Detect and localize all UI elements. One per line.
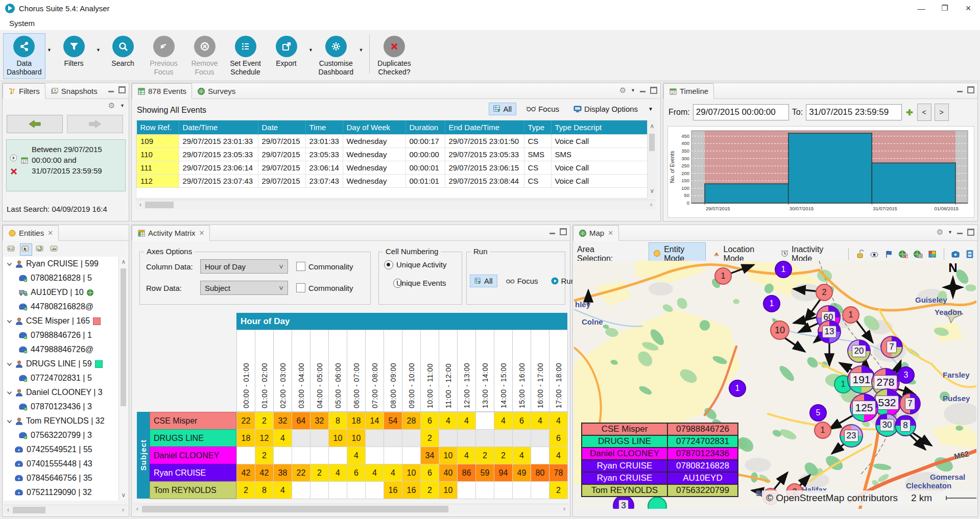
matrix-cell[interactable]: 4 [494,412,513,430]
matrix-cell[interactable]: 4 [549,412,568,430]
matrix-cell[interactable]: 49 [512,464,531,482]
minimize-panel-icon[interactable] [108,91,114,92]
cluster-marker[interactable]: 7 [880,336,903,358]
previous-filter-button[interactable] [7,115,63,133]
display-options-dropdown-arrow[interactable]: ▼ [648,106,653,112]
maximize-panel-icon[interactable] [967,86,974,93]
matrix-cell[interactable]: 6 [549,429,568,447]
data-dashboard-dropdown-arrow[interactable]: ▼ [45,47,54,53]
list-item[interactable]: 07724702831 | 5 [4,371,119,385]
matrix-cell[interactable] [457,429,476,447]
matrix-cell[interactable] [273,447,292,464]
list-item[interactable]: DRUGS LINE | 59 [4,357,119,371]
table-row[interactable]: 11129/07/2015 23:06:1429/07/201523:06:14… [137,161,648,175]
matrix-cell[interactable]: 2 [420,429,439,447]
matrix-cell[interactable]: 4 [328,464,347,482]
cluster-marker[interactable]: 20 [847,339,871,363]
search-button[interactable]: Search [103,33,144,70]
matrix-cell[interactable] [384,447,402,464]
matrix-hscrollbar[interactable]: ‹› [133,504,569,513]
film-icon[interactable] [964,249,975,260]
matrix-cell[interactable]: 16 [384,481,402,499]
matrix-cell[interactable]: 4 [273,481,292,499]
camera-icon[interactable] [949,249,962,260]
event-marker[interactable]: 1 [729,380,746,397]
chevron-down-icon[interactable]: ▼ [631,88,635,93]
matrix-cell[interactable] [365,429,384,447]
matrix-cell[interactable] [365,447,384,464]
hscroll-thumb[interactable] [13,507,45,513]
range-forward-button[interactable]: > [935,104,949,121]
matrix-cell[interactable] [310,481,329,499]
cluster-marker[interactable]: 7 [899,393,921,414]
table-row[interactable]: 11229/07/2015 23:07:4329/07/201523:07:43… [137,175,648,188]
duplicates-checked-button[interactable]: DuplicatesChecked? [374,33,415,79]
event-marker[interactable]: 3 [897,366,915,384]
scroll-down-icon[interactable]: ∨ [648,187,657,195]
customise-dashboard-button[interactable]: CustomiseDashboard [315,33,357,79]
matrix-cell[interactable]: 4 [512,447,531,464]
lock-open-icon[interactable] [854,249,866,260]
list-item[interactable]: 07425549521 | 55 [4,442,119,457]
entities-hscrollbar[interactable]: ‹› [4,505,128,514]
matrix-cell[interactable]: 14 [365,412,384,430]
matrix-cell[interactable]: 10 [347,429,366,447]
sort-refresh-icon[interactable] [34,243,46,256]
matrix-row-label[interactable]: CSE Misper [150,412,236,430]
matrix-cell[interactable]: 2 [255,447,274,464]
matrix-cell[interactable] [292,447,310,464]
matrix-grid[interactable]: Hour of Day00:00 - 01:0001:00 - 02:0002:… [132,225,570,516]
cluster-marker[interactable]: 23 [840,424,863,448]
list-item[interactable]: 07401555448 | 43 [4,457,119,471]
chevron-down-icon[interactable]: ▼ [120,103,125,108]
matrix-cell[interactable]: 22 [236,412,255,430]
matrix-cell[interactable]: 4 [347,447,366,464]
column-header[interactable]: Type Descript [551,120,648,135]
list-item[interactable]: Tom REYNOLDS | 32 [4,414,119,428]
column-header[interactable]: Row Ref. [137,120,179,135]
vscroll-thumb[interactable] [121,268,126,406]
list-item[interactable]: AU10EYD | 10 [4,285,119,300]
events-vscrollbar[interactable]: ∧∨ [647,120,656,197]
matrix-cell[interactable] [531,447,549,464]
list-item[interactable]: 07870123436 | 3 [4,400,119,414]
expander-chevron-icon[interactable] [7,259,12,268]
matrix-cell[interactable]: 22 [292,464,310,482]
list-item[interactable]: Ryan CRUISE | 599 [4,257,119,271]
matrix-cell[interactable]: 28 [402,412,421,430]
events-hscrollbar[interactable]: ‹› [136,200,656,209]
minimize-panel-icon[interactable] [640,91,646,92]
event-marker[interactable]: 5 [809,404,827,422]
entities-tree[interactable]: Ryan CRUISE | 59907808216828 | 5AU10EYD … [4,257,119,501]
from-input[interactable]: 29/07/2015 00:00:00 [693,104,789,120]
scroll-left-icon[interactable]: ‹ [136,201,145,209]
column-header[interactable]: End Date/Time [445,120,524,135]
matrix-cell[interactable]: 86 [457,464,476,482]
matrix-cell[interactable] [475,412,494,430]
matrix-cell[interactable]: 6 [420,464,439,482]
chevron-down-icon[interactable]: ▼ [948,230,952,235]
matrix-cell[interactable]: 10 [439,447,458,464]
matrix-cell[interactable]: 18 [347,412,366,430]
eye-icon[interactable] [868,249,880,260]
matrix-cell[interactable]: 8 [255,481,274,499]
matrix-cell[interactable]: 80 [531,464,549,482]
matrix-cell[interactable]: 32 [310,412,329,430]
next-filter-button[interactable] [67,115,123,133]
matrix-cell[interactable]: 10 [439,481,458,499]
display-options-button[interactable]: Display Options [569,103,642,115]
cluster-marker[interactable]: 13 [818,320,841,343]
matrix-cell[interactable] [384,429,402,447]
matrix-cell[interactable]: 94 [494,464,513,482]
event-marker[interactable]: 1 [814,422,831,439]
matrix-cell[interactable] [439,429,458,447]
customise-dashboard-dropdown-arrow[interactable]: ▼ [357,47,365,53]
hscroll-thumb[interactable] [145,202,174,208]
matrix-cell[interactable]: 6 [420,412,439,430]
date-filter-item[interactable]: 17Between 29/07/201500:00:00 and31/07/20… [6,139,126,191]
menu-system[interactable]: System [6,18,38,29]
matrix-cell[interactable] [365,481,384,499]
table-row[interactable]: 10929/07/2015 23:01:3329/07/201523:01:33… [137,135,648,148]
scroll-up-icon[interactable]: ∧ [648,122,657,131]
minimize-panel-icon[interactable] [957,91,963,92]
